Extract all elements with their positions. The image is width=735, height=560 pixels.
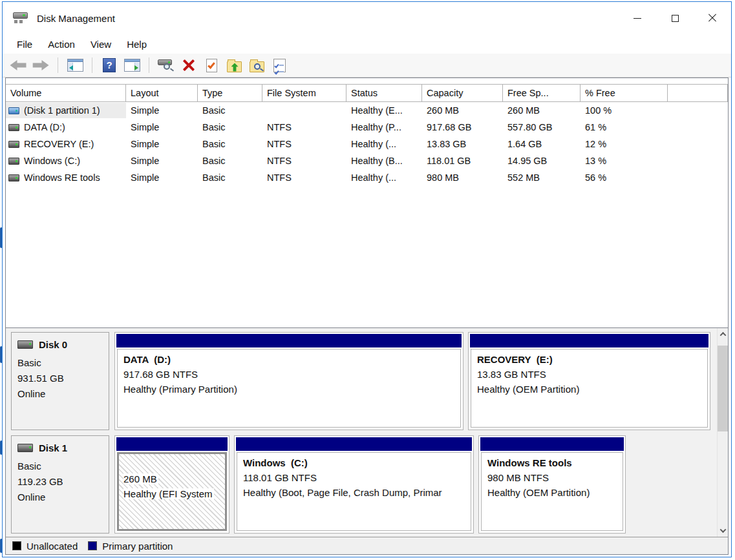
partition-data-d[interactable]: DATA (D:) 917.68 GB NTFS Healthy (Primar…: [114, 332, 463, 430]
table-row[interactable]: Windows RE tools Simple Basic NTFS Healt…: [6, 169, 728, 186]
show-action-pane-icon: [124, 59, 140, 72]
help-button[interactable]: ?: [100, 57, 118, 74]
partition-title: DATA (D:): [123, 352, 454, 367]
menu-view[interactable]: View: [83, 37, 119, 52]
table-row[interactable]: RECOVERY (E:) Simple Basic NTFS Healthy …: [6, 136, 728, 152]
partition-size: 260 MB: [123, 473, 158, 484]
disk0-row: Disk 0 Basic 931.51 GB Online DATA (D:) …: [11, 332, 712, 430]
selected-partition-body: 260 MB Healthy (EFI System: [117, 452, 227, 531]
close-button[interactable]: [694, 2, 731, 34]
volume-name: Windows (C:): [24, 156, 80, 166]
partition-size: 980 MB NTFS: [487, 470, 617, 485]
properties-button[interactable]: [270, 57, 288, 74]
check-page-button[interactable]: [202, 57, 220, 74]
menu-bar: File Action View Help: [3, 34, 731, 54]
toolbar-separator: [92, 57, 92, 73]
table-row[interactable]: Windows (C:) Simple Basic NTFS Healthy (…: [6, 152, 728, 169]
disk-management-window: Disk Management File Action View Help ?: [2, 1, 732, 557]
maximize-icon: [672, 15, 679, 22]
column-header-status[interactable]: Status: [346, 85, 422, 101]
disk1-info[interactable]: Disk 1 Basic 119.23 GB Online: [11, 435, 109, 534]
app-disk-icon: [13, 11, 30, 25]
delete-button[interactable]: [180, 57, 198, 74]
menu-file[interactable]: File: [9, 37, 40, 52]
show-console-tree-button[interactable]: [66, 57, 84, 74]
volume-icon: [8, 141, 19, 148]
disk-icon: [17, 444, 33, 452]
toolbar: ?: [3, 54, 731, 78]
disk0-info[interactable]: Disk 0 Basic 931.51 GB Online: [11, 332, 109, 430]
disk-name: Disk 1: [39, 442, 67, 453]
column-header-free-space[interactable]: Free Sp...: [503, 85, 581, 101]
partition-status: Healthy (EFI System: [123, 488, 214, 499]
volume-list-header: Volume Layout Type File System Status Ca…: [6, 84, 728, 102]
chevron-up-icon: [720, 332, 727, 338]
table-row[interactable]: DATA (D:) Simple Basic NTFS Healthy (P..…: [6, 119, 728, 136]
partition-color-band: [236, 437, 472, 451]
chevron-down-icon: [720, 526, 727, 533]
column-header-layout[interactable]: Layout: [126, 85, 198, 101]
title-bar[interactable]: Disk Management: [3, 2, 731, 34]
forward-button[interactable]: [32, 57, 50, 74]
show-console-tree-icon: [67, 59, 83, 72]
volume-icon: [8, 174, 19, 181]
partition-color-band: [480, 437, 624, 451]
volume-name: (Disk 1 partition 1): [24, 105, 100, 116]
disk-search-icon: [158, 58, 175, 72]
volume-name: RECOVERY (E:): [24, 139, 94, 149]
disk-icon: [17, 340, 33, 349]
forward-icon: [33, 60, 49, 71]
show-action-pane-button[interactable]: [123, 57, 141, 74]
partition-windows-c[interactable]: Windows (C:) 118.01 GB NTFS Healthy (Boo…: [234, 435, 474, 534]
partition-color-band: [470, 334, 708, 347]
table-row[interactable]: (Disk 1 partition 1) Simple Basic Health…: [6, 102, 728, 119]
disk-search-button[interactable]: [157, 57, 175, 74]
disk-kind: Basic: [17, 355, 109, 371]
menu-help[interactable]: Help: [119, 37, 154, 52]
column-header-pct-free[interactable]: % Free: [581, 85, 668, 101]
partition-status: Healthy (OEM Partition): [477, 382, 701, 397]
toolbar-separator: [58, 57, 58, 73]
volume-icon: [8, 124, 19, 131]
volume-icon: [8, 107, 19, 114]
close-icon: [708, 14, 717, 23]
back-button[interactable]: [9, 57, 27, 74]
check-page-icon: [206, 59, 217, 72]
partition-recovery-e[interactable]: RECOVERY (E:) 13.83 GB NTFS Healthy (OEM…: [468, 332, 710, 430]
scroll-down-button[interactable]: [718, 524, 728, 537]
scrollbar-thumb[interactable]: [718, 346, 728, 431]
disk-status: Online: [17, 490, 109, 505]
volume-name: DATA (D:): [24, 122, 65, 132]
back-icon: [10, 60, 27, 71]
volume-name: Windows RE tools: [24, 172, 100, 183]
partition-efi-system[interactable]: 260 MB Healthy (EFI System: [114, 435, 229, 534]
window-title: Disk Management: [37, 13, 115, 24]
column-header-volume[interactable]: Volume: [6, 85, 126, 101]
disk-size: 931.51 GB: [17, 371, 109, 386]
disk-size: 119.23 GB: [17, 474, 109, 490]
menu-action[interactable]: Action: [40, 37, 83, 52]
partition-windows-re-tools[interactable]: Windows RE tools 980 MB NTFS Healthy (OE…: [478, 435, 626, 534]
folder-search-button[interactable]: [248, 57, 266, 74]
folder-search-icon: [250, 61, 264, 72]
disk1-row: Disk 1 Basic 119.23 GB Online 260 MB Hea…: [11, 435, 712, 534]
disk-status: Online: [17, 386, 109, 402]
minimize-button[interactable]: [619, 2, 656, 34]
primary-partition-swatch: [88, 541, 97, 550]
column-header-file-system[interactable]: File System: [262, 85, 346, 101]
vertical-scrollbar[interactable]: [717, 328, 728, 537]
volume-icon: [8, 158, 19, 165]
unallocated-label: Unallocated: [27, 541, 78, 552]
delete-icon: [182, 58, 196, 72]
column-header-type[interactable]: Type: [198, 85, 262, 101]
partition-size: 118.01 GB NTFS: [243, 470, 465, 485]
partition-status: Healthy (Primary Partition): [123, 382, 454, 397]
partition-title: [123, 457, 219, 472]
folder-up-button[interactable]: [225, 57, 243, 74]
scroll-up-button[interactable]: [718, 328, 728, 340]
maximize-button[interactable]: [656, 2, 694, 34]
partition-title: Windows (C:): [243, 455, 465, 470]
column-header-capacity[interactable]: Capacity: [422, 85, 503, 101]
disk-kind: Basic: [17, 459, 109, 474]
unallocated-swatch: [12, 541, 21, 550]
